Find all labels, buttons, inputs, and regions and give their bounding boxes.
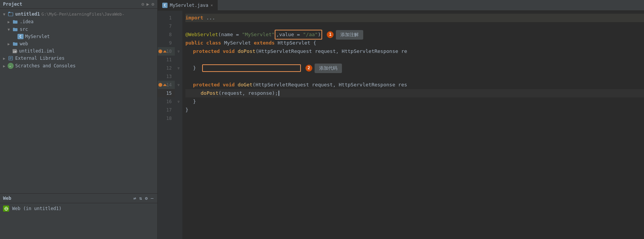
name-value: "MyServlet" (242, 30, 275, 39)
code-line-10: protected void doPost (HttpServletReques… (185, 47, 644, 56)
tree-item-extlibs[interactable]: ▶ External Libraries (0, 54, 157, 62)
tree-item-src[interactable]: ▼ src (0, 25, 157, 33)
value-str: "/aa" (303, 32, 318, 37)
gutter-line-12: ▽ (175, 64, 182, 72)
bottom-panel-tools: ⇌ ⇅ ⚙ — (133, 195, 154, 202)
sidebar: Project ⚙ ▶ ⚙ ▼ untitled1 G:\MyG (0, 0, 158, 239)
align-tool-btn[interactable]: ⇌ (133, 195, 137, 202)
scratch-icon: ✏ (8, 63, 14, 69)
tree-item-iml[interactable]: iml untitled1.iml (0, 48, 157, 54)
sort-tool-btn[interactable]: ⇅ (138, 195, 142, 202)
web-folder-icon (12, 41, 18, 47)
gutter-line-1 (175, 14, 182, 22)
add-code-btn[interactable]: 添加代码 (315, 64, 342, 73)
arrow-up (163, 50, 167, 53)
chevron-icon: ▶ (8, 42, 11, 46)
sidebar-header: Project ⚙ ▶ ⚙ (0, 0, 157, 9)
fold-triangle-16[interactable]: ▽ (178, 100, 180, 104)
line-num-15: 15 (158, 89, 175, 97)
line-num-8: 8 (158, 30, 175, 39)
line-num-1: 1 (158, 14, 175, 22)
editor-area: C MyServlet.java ✕ 1 7 8 9 (158, 0, 644, 239)
extlib-icon (8, 55, 14, 61)
tab-myservlet[interactable]: C MyServlet.java ✕ (158, 0, 218, 10)
tree-item-idea[interactable]: ▶ .idea (0, 18, 157, 25)
cursor-caret (278, 91, 279, 96)
protected-kw14: protected (193, 81, 223, 89)
scratches-label: Scratches and Consoles (15, 63, 76, 69)
line-num-11: 11 (158, 56, 175, 64)
public-kw: public (185, 39, 206, 47)
chevron-icon: ▶ (3, 56, 7, 61)
svg-text:iml: iml (13, 50, 17, 53)
tab-class-icon: C (162, 3, 168, 8)
dopost-call: doPost (201, 89, 218, 97)
sidebar-tree: ▼ untitled1 G:\MyG-Pen\LearningFiles\Jav… (0, 9, 157, 193)
minimize-tool-btn[interactable]: — (150, 195, 154, 202)
svg-rect-1 (8, 12, 10, 13)
line-numbers: 1 7 8 9 10 11 12 13 14 (158, 11, 175, 239)
line-num-14: 14 (158, 81, 175, 89)
add-annotation-btn[interactable]: 添加注解 (336, 30, 363, 40)
sidebar-arrow-icon[interactable]: ▶ (147, 2, 149, 7)
code-line-16: } (185, 97, 644, 106)
tab-filename: MyServlet.java (170, 3, 208, 8)
tree-item-project[interactable]: ▼ untitled1 G:\MyG-Pen\LearningFiles\Jav… (0, 10, 157, 18)
tab-close-btn[interactable]: ✕ (210, 3, 213, 7)
close-brace-12: } (193, 64, 196, 72)
void-kw10: void (223, 47, 237, 56)
fold-triangle-12[interactable]: ▽ (178, 67, 180, 70)
doget-method: doGet (237, 81, 252, 89)
tree-item-scratches[interactable]: ▶ ✏ Scratches and Consoles (0, 62, 157, 70)
code-line-7 (185, 22, 644, 30)
tree-item-myservlet[interactable]: C MyServlet (0, 33, 157, 40)
web-item-icon (3, 206, 9, 212)
code-area[interactable]: import ... @WebServlet (name = "MyServle… (182, 11, 644, 239)
chevron-icon: ▼ (8, 27, 11, 32)
code-line-9: public class MyServlet extends HttpServl… (185, 39, 644, 47)
step-badge-1: 1 (327, 31, 334, 38)
web-folder-label: web (20, 41, 28, 46)
code-line-12: } 2 添加代码 (185, 64, 644, 72)
httpservlet: HttpServlet { (278, 39, 316, 47)
comma: ,value = (276, 32, 303, 37)
src-folder-label: src (20, 27, 28, 32)
myservlet-label: MyServlet (25, 34, 50, 39)
breakpoint-dot (158, 49, 162, 53)
line-num-12: 12 (158, 64, 175, 72)
open-paren: (name = (218, 30, 242, 39)
sidebar-gear-icon[interactable]: ⚙ (152, 2, 154, 7)
gutter-line-17 (175, 106, 182, 114)
gutter-line-18 (175, 114, 182, 123)
fold-triangle-10[interactable]: ▽ (178, 50, 180, 53)
project-icon (8, 11, 14, 17)
gutter-line-10: ▽ (175, 47, 182, 56)
close-brace-16: } (193, 97, 196, 106)
idea-folder-label: .idea (20, 19, 33, 24)
class-kw: class (206, 39, 224, 47)
gutter-line-7 (175, 22, 182, 30)
gutter-line-11 (175, 56, 182, 64)
editor-content: 1 7 8 9 10 11 12 13 14 (158, 11, 644, 239)
bottom-panel-content: Web (in untitled1) (0, 203, 157, 239)
gutter-line-15 (175, 89, 182, 97)
dopost-params: (HttpServletRequest request, HttpServlet… (255, 47, 407, 56)
project-name: untitled1 (15, 11, 40, 17)
step-badge-2: 2 (305, 65, 312, 72)
bottom-panel: Web ⇌ ⇅ ⚙ — Web (in untitled1) (0, 193, 157, 239)
src-folder-icon (12, 26, 18, 32)
import-ellipsis: ... (203, 14, 215, 22)
fold-triangle-14[interactable]: ▽ (178, 83, 180, 87)
code-input-box[interactable] (202, 64, 301, 72)
sidebar-settings-icon[interactable]: ⚙ (141, 2, 144, 7)
bottom-panel-title: Web (3, 196, 11, 201)
doget-params: (HttpServletRequest request, HttpServlet… (253, 81, 407, 89)
webservlet-annotation: @WebServlet (185, 30, 218, 39)
close-paren: ) (318, 32, 321, 37)
arrow-up-14 (163, 84, 167, 86)
code-line-1: import ... (185, 14, 644, 22)
settings-tool-btn[interactable]: ⚙ (144, 195, 149, 202)
tree-item-web[interactable]: ▶ web (0, 40, 157, 48)
web-item[interactable]: Web (in untitled1) (3, 205, 154, 212)
tooltip-1: 1 添加注解 (325, 30, 363, 40)
